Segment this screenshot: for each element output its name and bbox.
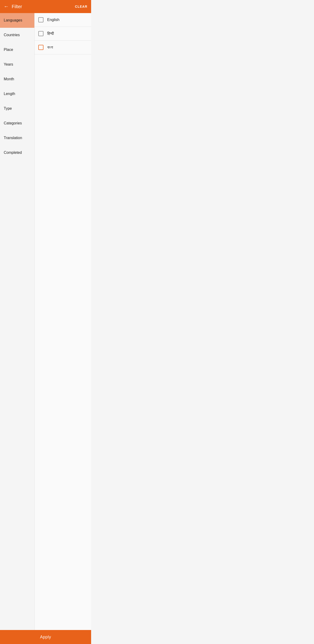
checkbox-hindi[interactable] [38,31,44,36]
header-left: ← Filter [4,4,22,10]
main-content: Languages Countries Place Years Month Le… [0,13,91,630]
sidebar-item-completed[interactable]: Completed [0,146,34,160]
option-hindi[interactable]: हिन्दी [35,27,91,40]
sidebar-item-years[interactable]: Years [0,57,34,72]
sidebar-item-length[interactable]: Length [0,86,34,101]
sidebar-item-place[interactable]: Place [0,42,34,57]
right-panel: English हिन्दी বাংলা [35,13,91,630]
apply-button[interactable]: Apply [0,630,91,644]
sidebar-item-categories[interactable]: Categories [0,116,34,131]
sidebar-item-type[interactable]: Type [0,101,34,116]
option-hindi-label: हिन्दी [47,32,54,36]
back-button[interactable]: ← [4,4,9,10]
option-english[interactable]: English [35,13,91,27]
clear-button[interactable]: CLEAR [75,5,87,8]
sidebar: Languages Countries Place Years Month Le… [0,13,35,630]
checkbox-bangla[interactable] [38,45,44,50]
sidebar-item-month[interactable]: Month [0,72,34,86]
sidebar-item-languages[interactable]: Languages [0,13,34,28]
option-english-label: English [47,18,59,22]
page-title: Filter [12,4,22,9]
option-bangla-label: বাংলা [47,45,53,50]
header: ← Filter CLEAR [0,0,91,13]
option-bangla[interactable]: বাংলা [35,40,91,54]
checkbox-english[interactable] [38,17,44,22]
sidebar-item-translation[interactable]: Translation [0,131,34,146]
sidebar-item-countries[interactable]: Countries [0,28,34,42]
